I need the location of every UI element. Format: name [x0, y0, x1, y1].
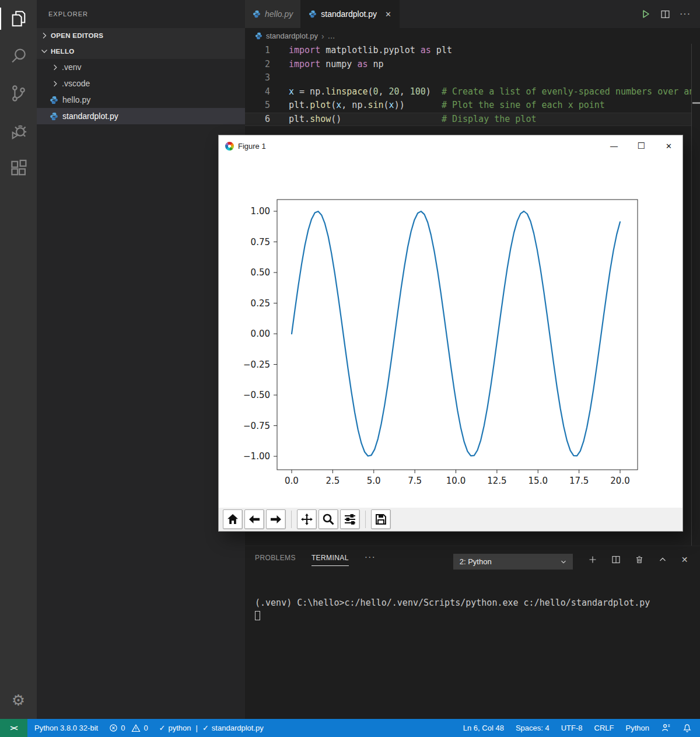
remote-indicator[interactable]: >< [0, 719, 27, 737]
tree-item-vscode[interactable]: .vscode [37, 75, 245, 92]
matplotlib-logo-icon [225, 142, 234, 151]
python-file-icon [255, 32, 262, 40]
forward-button[interactable] [266, 509, 286, 529]
y-tick-label: 0.75 [251, 237, 270, 247]
error-count: 0 [121, 724, 125, 732]
figure-titlebar[interactable]: Figure 1 — ☐ ✕ [219, 135, 682, 156]
code-line-3[interactable]: 3 [245, 71, 700, 85]
maximize-button[interactable]: ☐ [628, 135, 655, 156]
code-text: plt.plot(x, np.sin(x)) # Plot the sine o… [270, 99, 605, 113]
line-number: 5 [245, 99, 270, 113]
back-button[interactable] [244, 509, 264, 529]
warning-icon [131, 724, 141, 733]
explorer-icon[interactable] [0, 0, 37, 37]
breadcrumb-file[interactable]: standardplot.py [266, 32, 318, 40]
close-panel-button[interactable]: ✕ [681, 555, 688, 564]
check-icon: ✓ [202, 724, 209, 732]
more-actions-button[interactable]: ··· [680, 9, 691, 19]
close-tab-icon[interactable]: ✕ [385, 10, 391, 19]
zoom-to-rect-button[interactable] [318, 509, 338, 529]
tree-item-label: .vscode [62, 79, 90, 88]
minimize-button[interactable]: — [600, 135, 628, 156]
line-number: 3 [245, 71, 270, 85]
breadcrumb-separator-icon: › [321, 32, 324, 41]
split-terminal-button[interactable] [611, 555, 621, 564]
line-number: 6 [245, 113, 270, 127]
run-debug-icon[interactable] [0, 112, 37, 149]
chevron-right-icon [40, 31, 49, 40]
run-python-file-button[interactable] [640, 9, 651, 19]
vscode-window: ⚙ EXPLORER OPEN EDITORS HELLO .venv [0, 0, 700, 737]
notifications-bell-icon[interactable] [682, 724, 692, 733]
code-text: import numpy as np [270, 58, 384, 72]
x-tick-label: 0.0 [285, 476, 299, 486]
language-mode-item[interactable]: Python [626, 724, 649, 732]
feedback-icon[interactable] [661, 723, 671, 733]
tab-terminal[interactable]: TERMINAL [312, 554, 349, 566]
code-line-2[interactable]: 2import numpy as np [245, 58, 700, 72]
terminal-cursor [255, 611, 260, 620]
eol-item[interactable]: CRLF [594, 724, 614, 732]
save-button[interactable] [371, 509, 391, 529]
code-text: plt.show() # Display the plot [270, 113, 536, 127]
python-file-icon [50, 112, 58, 121]
python-file-icon [253, 10, 261, 18]
encoding-item[interactable]: UTF-8 [561, 724, 583, 732]
y-tick-label: −0.75 [243, 421, 270, 431]
code-line-5[interactable]: 5plt.plot(x, np.sin(x)) # Plot the sine … [245, 99, 700, 113]
tree-item-standardplot-py[interactable]: standardplot.py [37, 108, 245, 124]
source-control-icon[interactable] [0, 75, 37, 112]
section-hello[interactable]: HELLO [37, 43, 245, 59]
maximize-panel-button[interactable] [658, 555, 667, 564]
linter-status-item[interactable]: ✓ python | ✓ standardplot.py [159, 724, 264, 732]
tab-label: hello.py [265, 9, 293, 19]
x-tick-label: 10.0 [446, 476, 466, 486]
terminal-selector[interactable]: 2: Python [453, 554, 573, 570]
python-file-icon [309, 10, 317, 18]
code-line-6[interactable]: 6plt.show() # Display the plot [245, 113, 700, 127]
section-open-editors[interactable]: OPEN EDITORS [37, 28, 245, 43]
matplotlib-figure-window[interactable]: Figure 1 — ☐ ✕ 0.02.55.07.510.012.515.01… [219, 135, 682, 531]
new-terminal-button[interactable] [588, 555, 597, 564]
terminal-output[interactable]: (.venv) C:\hello>c:/hello/.venv/Scripts/… [245, 572, 700, 621]
panel-more-button[interactable]: ··· [365, 552, 376, 563]
tab-hello-py[interactable]: hello.py [245, 0, 301, 28]
code-line-4[interactable]: 4x = np.linspace(0, 20, 100) # Create a … [245, 85, 700, 99]
chevron-down-icon [40, 47, 49, 56]
home-button[interactable] [223, 509, 243, 529]
warning-count: 0 [144, 724, 148, 732]
tree-item-hello-py[interactable]: hello.py [37, 92, 245, 108]
cursor-position-item[interactable]: Ln 6, Col 48 [463, 724, 504, 732]
breadcrumb-symbol[interactable]: … [328, 32, 335, 40]
code-line-1[interactable]: 1import matplotlib.pyplot as plt [245, 44, 700, 58]
x-tick-label: 12.5 [487, 476, 506, 486]
indentation-item[interactable]: Spaces: 4 [516, 724, 550, 732]
sidebar-empty-area [37, 124, 245, 719]
settings-gear-icon[interactable]: ⚙ [0, 682, 37, 719]
search-icon[interactable] [0, 37, 37, 75]
plot-canvas[interactable]: 0.02.55.07.510.012.515.017.520.01.000.75… [219, 156, 682, 508]
tab-problems[interactable]: PROBLEMS [255, 554, 296, 565]
configure-subplots-button[interactable] [340, 509, 360, 529]
editor-scrollbar[interactable] [691, 44, 700, 546]
line-number: 1 [245, 44, 270, 58]
breadcrumb[interactable]: standardplot.py › … [245, 28, 700, 44]
problems-item[interactable]: 0 0 [109, 724, 148, 733]
close-button[interactable]: ✕ [655, 135, 682, 156]
pan-button[interactable] [297, 509, 317, 529]
python-interpreter-item[interactable]: Python 3.8.0 32-bit [34, 724, 98, 732]
y-tick-label: −0.50 [243, 390, 270, 400]
tab-label: standardplot.py [321, 9, 377, 19]
python-file-icon [50, 96, 58, 104]
linted-file: standardplot.py [212, 724, 264, 732]
bottom-panel: PROBLEMS TERMINAL ··· 2: Python [245, 546, 700, 719]
error-icon [109, 724, 118, 732]
x-tick-label: 5.0 [367, 476, 381, 486]
tab-standardplot-py[interactable]: standardplot.py ✕ [301, 0, 400, 28]
status-bar: >< Python 3.8.0 32-bit 0 0 ✓ python | ✓ … [0, 719, 700, 737]
split-editor-button[interactable] [660, 9, 670, 19]
tree-item-venv[interactable]: .venv [37, 59, 245, 75]
kill-terminal-trash-icon[interactable] [635, 555, 644, 564]
toolbar-separator [291, 511, 292, 528]
extensions-icon[interactable] [0, 149, 37, 187]
